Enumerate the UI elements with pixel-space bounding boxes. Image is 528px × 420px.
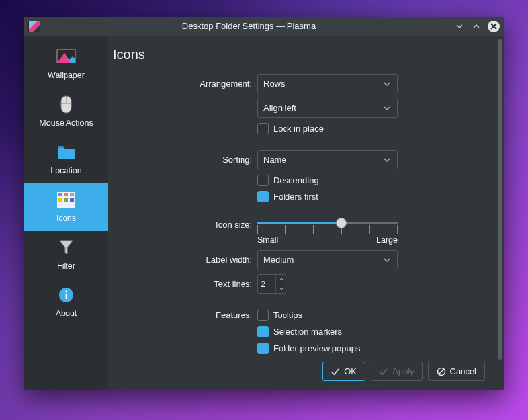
minimize-button[interactable] [453,21,465,32]
chevron-down-icon [382,79,392,89]
sidebar-item-label: Location [50,166,81,175]
checkbox-box [257,326,269,337]
icon-size-slider[interactable] [257,218,398,228]
chevron-down-icon [382,255,392,265]
sidebar-item-label: Icons [56,214,76,223]
svg-rect-11 [58,198,62,202]
svg-rect-10 [70,193,74,196]
tooltips-checkbox[interactable]: Tooltips [257,310,302,321]
slider-min-label: Small [257,235,278,245]
checkbox-label: Descending [273,175,319,185]
svg-marker-14 [60,241,73,254]
sidebar-item-label: About [56,309,77,318]
checkbox-box [257,310,269,321]
combobox-value: Align left [263,103,296,113]
sidebar-item-mouse-actions[interactable]: Mouse Actions [24,88,108,136]
sorting-label: Sorting: [113,155,257,165]
checkbox-label: Tooltips [273,310,302,320]
info-icon [56,285,76,305]
checkbox-box [257,175,269,186]
content: Icons Arrangement: Rows [108,36,497,390]
checkbox-box [257,123,269,134]
text-lines-spinbox[interactable] [257,274,286,294]
preview-popups-checkbox[interactable]: Folder preview popups [257,343,361,354]
arrangement-select[interactable]: Rows [257,74,398,93]
iconsize-label: Icon size: [113,218,257,230]
combobox-value: Rows [263,79,285,89]
size-block: Icon size: [113,218,484,294]
window-controls [453,21,500,32]
combobox-value: Medium [263,255,294,265]
checkbox-label: Selection markers [273,327,342,337]
checkbox-label: Folder preview popups [273,343,361,353]
svg-rect-9 [64,193,68,196]
funnel-icon [56,237,76,257]
textlines-label: Text lines: [113,279,257,289]
cancel-button[interactable]: Cancel [428,362,485,381]
cancel-icon [437,367,446,376]
maximize-button[interactable] [470,21,482,32]
folders-first-checkbox[interactable]: Folders first [257,191,318,202]
button-label: Cancel [450,366,476,376]
chevron-down-icon [382,155,392,165]
sidebar-item-icons[interactable]: Icons [24,183,108,231]
checkbox-label: Folders first [273,192,318,202]
svg-rect-8 [58,193,62,196]
mouse-icon [56,95,76,114]
features-block: Features: Tooltips [113,310,484,354]
alignment-select[interactable]: Align left [257,99,398,118]
slider-max-label: Large [376,235,398,245]
ok-button[interactable]: OK [322,362,365,381]
content-wrap: Icons Arrangement: Rows [108,36,504,390]
wallpaper-icon [56,47,76,67]
button-label: Apply [392,366,414,376]
lock-in-place-checkbox[interactable]: Lock in place [257,123,324,134]
check-icon [379,367,388,376]
sidebar-item-wallpaper[interactable]: Wallpaper [24,40,108,88]
sidebar-item-label: Mouse Actions [39,118,93,128]
checkbox-box [257,343,269,354]
selection-markers-checkbox[interactable]: Selection markers [257,326,342,337]
svg-point-16 [65,290,67,292]
checkbox-label: Lock in place [273,124,324,134]
spin-down-button[interactable] [276,284,286,294]
settings-window: Desktop Folder Settings — Plasma Wallpap… [24,17,504,390]
app-icon [28,21,40,32]
sorting-select[interactable]: Name [257,150,398,169]
page-title: Icons [113,47,485,62]
close-button[interactable] [488,21,500,32]
check-icon [331,367,340,376]
svg-line-19 [439,369,444,374]
svg-rect-13 [70,198,74,202]
chevron-down-icon [382,104,392,113]
spinbox-value[interactable] [258,275,275,293]
window-title: Desktop Folder Settings — Plasma [44,21,453,31]
scrollbar[interactable] [497,36,504,390]
spin-up-button[interactable] [276,275,286,284]
descending-checkbox[interactable]: Descending [257,175,319,186]
folder-icon [56,142,76,162]
form: Arrangement: Rows [113,74,485,358]
button-label: OK [344,366,357,376]
features-label: Features: [113,310,257,320]
titlebar: Desktop Folder Settings — Plasma [24,17,504,36]
sorting-block: Sorting: Name [113,150,484,202]
arrangement-block: Arrangement: Rows [113,74,484,134]
sidebar-item-label: Wallpaper [48,71,85,80]
label-width-select[interactable]: Medium [257,250,398,269]
labelwidth-label: Label width: [113,255,257,265]
slider-thumb[interactable] [336,218,347,228]
checkbox-box [257,191,269,202]
dialog-buttons: OK Apply Cancel [113,358,485,384]
arrangement-label: Arrangement: [113,79,257,89]
apply-button[interactable]: Apply [371,362,423,381]
window-body: Wallpaper Mouse Actions Location Icons [24,36,504,390]
svg-rect-17 [66,294,67,299]
sidebar-item-label: Filter [57,261,75,271]
svg-rect-12 [64,198,68,202]
sidebar-item-about[interactable]: About [24,278,108,326]
sidebar: Wallpaper Mouse Actions Location Icons [24,36,108,390]
sidebar-item-location[interactable]: Location [24,136,108,183]
scrollbar-thumb[interactable] [498,39,502,360]
sidebar-item-filter[interactable]: Filter [24,231,108,278]
